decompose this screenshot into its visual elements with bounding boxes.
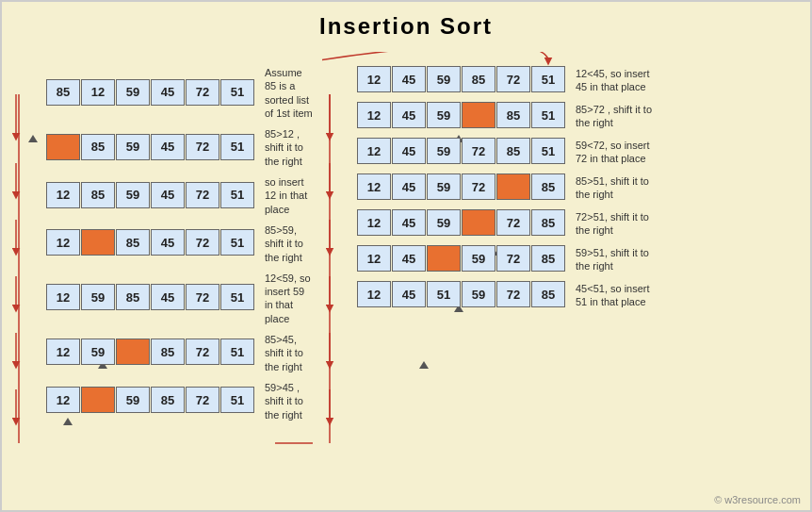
cell: 72 [496, 66, 530, 92]
content-area: 851259457251Assume 85 is a sorted list o… [2, 52, 810, 425]
row-group: 125985725159>45 , shift it to the right [25, 381, 313, 421]
row-group: 12455159728545<51, so insert 51 in that … [336, 281, 718, 309]
row-group: 125985725185>45, shift it to the right [25, 333, 313, 373]
cell: 45 [392, 209, 426, 236]
cell: 85 [151, 339, 185, 365]
right-rows-container: 12455985725112<45, so insert 45 in that … [336, 57, 718, 313]
row-group: 851259457251Assume 85 is a sorted list o… [25, 66, 313, 120]
cell: 12 [357, 102, 391, 128]
cell: 85 [46, 79, 80, 106]
array-row: 1245597285 [357, 245, 566, 272]
cell: 12 [46, 339, 80, 365]
row-label: 59<72, so insert 72 in that place [576, 139, 660, 166]
cell: 12 [357, 138, 391, 164]
row-group: 12598545725112<59, so insert 59 in that … [25, 272, 313, 325]
cell: 45 [392, 66, 426, 92]
row-label: 59>51, shift it to the right [576, 246, 660, 273]
cell: 59 [427, 66, 461, 92]
row-group: 128559457251so insert 12 in that place [25, 175, 313, 216]
row-label: 59>45 , shift it to the right [265, 381, 313, 421]
cell: 72 [186, 134, 219, 160]
array-row: 124551597285 [357, 281, 566, 307]
cell: 72 [186, 284, 219, 310]
row-label: so insert 12 in that place [265, 175, 313, 216]
cell: 85 [462, 66, 495, 92]
row-label: 85>51, shift it to the right [576, 174, 660, 202]
array-row: 1245597285 [357, 173, 566, 200]
cell: 59 [427, 209, 461, 236]
cell: 12 [357, 66, 391, 92]
cell: 12 [81, 79, 115, 106]
cell: 45 [151, 134, 185, 160]
svg-marker-12 [419, 361, 429, 369]
cell: 59 [116, 79, 150, 106]
cell: 59 [427, 173, 461, 200]
cell [81, 387, 115, 413]
cell: 72 [496, 245, 530, 272]
array-row: 8559457251 [46, 134, 255, 160]
cell [46, 134, 80, 160]
cell: 85 [531, 209, 565, 236]
cell: 51 [220, 229, 254, 256]
row-label: 45<51, so insert 51 in that place [576, 282, 660, 309]
cell: 59 [116, 387, 150, 413]
cell: 45 [392, 102, 426, 128]
cell: 12 [357, 173, 391, 200]
cell [496, 173, 530, 200]
cell [427, 245, 461, 272]
cell [462, 102, 495, 128]
right-column: 12455985725112<45, so insert 45 in that … [322, 52, 718, 425]
row-label: Assume 85 is a sorted list of 1st item [265, 66, 313, 120]
cell: 85 [151, 387, 185, 413]
cell: 45 [151, 229, 185, 256]
cell: 12 [357, 281, 391, 307]
left-column: 851259457251Assume 85 is a sorted list o… [11, 52, 313, 425]
array-row: 125985457251 [46, 284, 255, 310]
cell [462, 209, 495, 236]
cell: 45 [392, 281, 426, 307]
cell [81, 229, 115, 256]
cell: 51 [220, 284, 254, 310]
cell: 85 [496, 138, 530, 164]
cell: 51 [220, 182, 254, 208]
cell: 51 [531, 102, 565, 128]
cell: 12 [357, 245, 391, 272]
cell: 59 [462, 245, 495, 272]
row-group: 124559855185>72 , shift it to the right [336, 102, 718, 130]
array-row: 851259457251 [46, 79, 255, 106]
cell: 59 [116, 182, 150, 208]
cell: 72 [462, 173, 495, 200]
row-group: 12455985725112<45, so insert 45 in that … [336, 66, 718, 94]
cell: 72 [186, 79, 219, 106]
cell: 45 [392, 138, 426, 164]
cell: 72 [496, 209, 530, 236]
cell: 85 [116, 229, 150, 256]
row-label: 72>51, shift it to the right [576, 210, 660, 238]
cell: 72 [186, 339, 219, 365]
cell: 85 [116, 284, 150, 310]
array-row: 1259857251 [46, 339, 255, 365]
array-row: 1285457251 [46, 229, 255, 256]
row-group: 128545725185>59, shift it to the right [25, 223, 313, 264]
row-label: 85>59, shift it to the right [265, 223, 313, 264]
cell: 85 [531, 173, 565, 200]
row-label: 85>45, shift it to the right [265, 333, 313, 373]
row-group: 124559728585>51, shift it to the right [336, 173, 718, 202]
cell: 72 [186, 182, 219, 208]
array-row: 124559857251 [357, 66, 566, 92]
array-row: 128559457251 [46, 182, 255, 208]
cell: 72 [462, 138, 495, 164]
array-row: 124559728551 [357, 138, 566, 164]
cell: 12 [357, 209, 391, 236]
cell: 12 [46, 229, 80, 256]
row-group: 124559728559>51, shift it to the right [336, 245, 718, 273]
watermark: © w3resource.com [714, 494, 801, 505]
cell: 59 [116, 134, 150, 160]
row-group: 855945725185>12 , shift it to the right [25, 127, 313, 168]
cell: 51 [427, 281, 461, 307]
cell: 72 [186, 229, 219, 256]
cell: 85 [496, 102, 530, 128]
cell: 85 [81, 134, 115, 160]
cell: 59 [427, 102, 461, 128]
cell: 51 [220, 339, 254, 365]
